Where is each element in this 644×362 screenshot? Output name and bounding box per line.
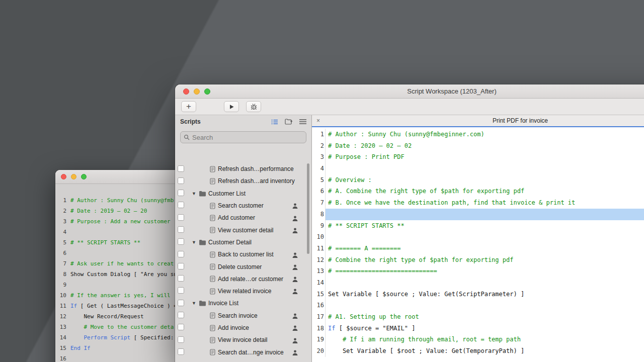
code-line-2[interactable]: 2# Date : 2020 – 02 – 02: [312, 140, 644, 152]
line-number: 8: [312, 209, 324, 220]
include-checkbox[interactable]: [178, 177, 184, 184]
tab-title[interactable]: Print PDF for invoice: [312, 117, 644, 124]
line-number: 20: [312, 345, 324, 357]
debug-script-button[interactable]: [246, 101, 261, 112]
include-checkbox[interactable]: [178, 263, 184, 269]
close-button[interactable]: [61, 174, 66, 179]
script-row[interactable]: Search dat…nge invoice: [175, 346, 311, 358]
script-row[interactable]: Back to customer list: [175, 248, 311, 260]
script-workspace-window[interactable]: Script Workspace (1203_After) +: [175, 84, 644, 362]
code-line-10[interactable]: 10: [312, 231, 644, 243]
code-line-15[interactable]: 15Set Variable [ $source ; Value: Get(Sc…: [312, 289, 644, 300]
list-view-icon[interactable]: [271, 119, 278, 125]
include-checkbox[interactable]: [178, 336, 184, 343]
script-row[interactable]: Refresh dash…performance: [175, 163, 311, 175]
include-checkbox[interactable]: [178, 324, 184, 330]
script-row[interactable]: Add relate…or customer: [175, 273, 311, 285]
include-checkbox[interactable]: [178, 238, 184, 245]
code-line-9[interactable]: 9# ** SCRIPT STARTS **: [312, 220, 644, 232]
code-line-12[interactable]: 12# Combine the right type of $path for …: [312, 254, 644, 266]
script-label: Refresh dash…performance: [218, 165, 294, 172]
code-text: # Overview :: [325, 174, 644, 186]
code-line-7[interactable]: 7# B. Once we have the destination path,…: [312, 197, 644, 209]
include-checkbox[interactable]: [178, 214, 184, 221]
include-checkbox[interactable]: [178, 300, 184, 306]
script-label: Add invoice: [218, 324, 249, 331]
code-line-17[interactable]: 17# A1. Setting up the root: [312, 311, 644, 323]
search-field[interactable]: [180, 131, 306, 143]
line-number: 9: [312, 220, 324, 232]
code-text: [325, 209, 644, 220]
code-text: [325, 300, 644, 311]
code-line-20[interactable]: 20 Set Variable [ $root ; Value: Get(Tem…: [312, 345, 644, 357]
code-line-8[interactable]: 8: [312, 209, 644, 220]
disclosure-triangle-icon[interactable]: ▼: [192, 191, 197, 196]
search-icon: [184, 134, 190, 140]
code-line-1[interactable]: 1# Author : Sunny Chu (sunny@fmbeginner.…: [312, 129, 644, 140]
line-number: 5: [312, 174, 324, 186]
code-line-4[interactable]: 4: [312, 163, 644, 174]
script-icon: [209, 349, 216, 355]
line-number: 7: [312, 197, 324, 209]
code-line-11[interactable]: 11# ======= A ========: [312, 243, 644, 254]
script-row[interactable]: Add invoice: [175, 322, 311, 334]
script-icon: [209, 337, 216, 343]
line-number: 16: [55, 353, 66, 362]
code-line-16[interactable]: 16: [312, 300, 644, 311]
code-line-13[interactable]: 13# ============================: [312, 265, 644, 277]
script-row[interactable]: View customer detail: [175, 224, 311, 236]
editor-tab-bar: × Print PDF for invoice: [312, 115, 644, 127]
code-line-5[interactable]: 5# Overview :: [312, 174, 644, 186]
folder-row[interactable]: ▼Customer Detail: [175, 236, 311, 248]
script-label: Search dat…nge invoice: [218, 349, 284, 356]
line-number: 3: [312, 151, 324, 163]
code-line-3[interactable]: 3# Purpose : Print PDF: [312, 151, 644, 163]
window-titlebar[interactable]: Script Workspace (1203_After): [175, 84, 644, 99]
sidebar-title: Scripts: [180, 118, 271, 125]
include-checkbox[interactable]: [178, 226, 184, 233]
person-icon: [292, 324, 298, 333]
disclosure-triangle-icon[interactable]: ▼: [192, 301, 197, 306]
sidebar-scrollbar[interactable]: [307, 163, 309, 254]
script-row[interactable]: Search invoice: [175, 310, 311, 322]
new-folder-icon[interactable]: [285, 119, 293, 125]
run-script-button[interactable]: [224, 101, 239, 112]
code-line-19[interactable]: 19 # If i am running through email, root…: [312, 334, 644, 345]
include-checkbox[interactable]: [178, 190, 184, 196]
script-label: Back to customer list: [218, 251, 274, 258]
script-row[interactable]: Add customer: [175, 212, 311, 224]
include-checkbox[interactable]: [178, 251, 184, 257]
menu-icon[interactable]: [299, 119, 306, 124]
line-number: 10: [312, 231, 324, 243]
script-label: Add relate…or customer: [218, 276, 283, 283]
disclosure-triangle-icon[interactable]: ▼: [192, 240, 197, 245]
script-icon: [209, 166, 216, 172]
new-script-button[interactable]: +: [181, 101, 196, 112]
line-number: 4: [55, 227, 66, 237]
script-label: Delete customer: [218, 263, 262, 270]
include-checkbox[interactable]: [178, 202, 184, 208]
folder-row[interactable]: ▼Customer List: [175, 188, 311, 200]
folder-row[interactable]: ▼Invoice List: [175, 297, 311, 309]
script-label: View related invoice: [218, 288, 272, 295]
include-checkbox[interactable]: [178, 312, 184, 318]
include-checkbox[interactable]: [178, 348, 184, 355]
tab-close-icon[interactable]: ×: [316, 117, 320, 124]
minimize-button[interactable]: [71, 174, 76, 179]
include-checkbox[interactable]: [178, 275, 184, 282]
script-row[interactable]: Refresh dash…ard inventory: [175, 175, 311, 187]
script-editor-pane: × Print PDF for invoice 1# Author : Sunn…: [312, 115, 644, 362]
script-row[interactable]: View invoice detail: [175, 334, 311, 346]
code-line-18[interactable]: 18If [ $source = "EMAIL" ]: [312, 323, 644, 334]
include-checkbox[interactable]: [178, 165, 184, 172]
script-row[interactable]: Search customer: [175, 200, 311, 212]
search-input[interactable]: [192, 134, 303, 141]
code-line-14[interactable]: 14: [312, 277, 644, 289]
line-number: 4: [312, 163, 324, 174]
script-row[interactable]: Delete customer: [175, 260, 311, 273]
include-checkbox[interactable]: [178, 287, 184, 294]
zoom-button[interactable]: [81, 174, 87, 179]
script-row[interactable]: View related invoice: [175, 285, 311, 297]
code-line-6[interactable]: 6# A. Combine the right type of $path fo…: [312, 186, 644, 197]
line-number: 1: [55, 195, 66, 206]
